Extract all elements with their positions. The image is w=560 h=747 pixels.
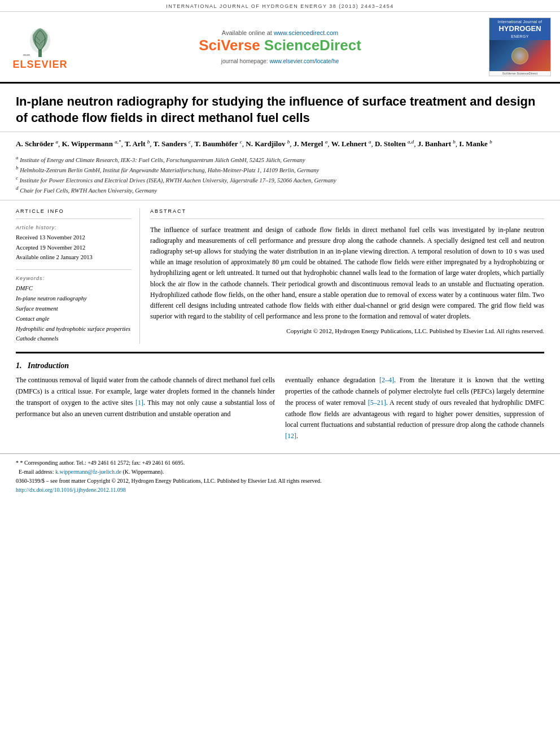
- keywords-label: Keywords:: [16, 276, 132, 281]
- elsevier-wordmark: ELSEVIER: [12, 59, 67, 71]
- keyword-6: Cathode channels: [16, 334, 132, 344]
- keywords-divider: [16, 269, 132, 270]
- thumbnail-header: International Journal of HYDROGEN ENERGY: [489, 18, 550, 40]
- article-title-section: In-plane neutron radiography for studyin…: [0, 84, 560, 132]
- footnote-doi: http://dx.doi.org/10.1016/j.ijhydene.201…: [16, 486, 544, 495]
- thumbnail-footer: SciVerse ScienceDirect: [502, 71, 538, 76]
- affiliation-b: b Helmholtz-Zentrum Berlin GmbH, Institu…: [16, 164, 544, 174]
- abstract-text: The influence of surface treatment and d…: [150, 225, 544, 322]
- ref-5-21-link[interactable]: [5–21]: [368, 399, 386, 407]
- sciencedirect-url[interactable]: www.sciencedirect.com: [274, 29, 338, 36]
- article-info-label: ARTICLE INFO: [16, 208, 132, 214]
- available-online-text: Available online at www.sciencedirect.co…: [222, 29, 338, 36]
- article-history-block: Article history: Received 13 November 20…: [16, 225, 132, 263]
- abstract-label: ABSTRACT: [150, 208, 544, 214]
- intro-left: 1. Introduction The continuous removal o…: [16, 361, 275, 442]
- thumbnail-body: [489, 40, 550, 71]
- thumbnail-title3: ENERGY: [490, 34, 550, 39]
- intro-title: Introduction: [28, 361, 69, 370]
- journal-homepage: journal homepage: www.elsevier.com/locat…: [221, 58, 339, 64]
- intro-right-text: eventually enhance degradation [2–4]. Fr…: [285, 375, 544, 442]
- keywords-block: Keywords: DMFC In-plane neutron radiogra…: [16, 276, 132, 344]
- keyword-4: Contact angle: [16, 314, 132, 324]
- footnote-corresponding: * * Corresponding author. Tel.: +49 2461…: [16, 458, 544, 468]
- keyword-2: In-plane neutron radiography: [16, 294, 132, 304]
- elsevier-tree-icon: man: [20, 24, 60, 58]
- journal-thumbnail: International Journal of HYDROGEN ENERGY…: [489, 18, 551, 76]
- article-info-divider: [16, 219, 132, 219]
- affiliation-c: c Institute for Power Electronics and El…: [16, 174, 544, 185]
- main-content: ARTICLE INFO Article history: Received 1…: [0, 200, 560, 344]
- doi-link[interactable]: http://dx.doi.org/10.1016/j.ijhydene.201…: [16, 487, 126, 493]
- affiliations: a Institute of Energy and Climate Resear…: [16, 154, 544, 195]
- journal-homepage-label: journal homepage:: [221, 58, 268, 64]
- keyword-3: Surface treatment: [16, 304, 132, 314]
- footnote-section: * * Corresponding author. Tel.: +49 2461…: [0, 453, 560, 498]
- ref-1-link[interactable]: [1]: [135, 399, 143, 407]
- available-online-date: Available online 2 January 2013: [16, 252, 132, 263]
- ref-12-link[interactable]: [12]: [285, 432, 296, 440]
- authors-line: A. Schröder a, K. Wippermann a,*, T. Arl…: [16, 138, 544, 150]
- journal-homepage-link[interactable]: www.elsevier.com/locate/he: [269, 58, 339, 64]
- sciencedirect-logo: SciVerse ScienceDirect: [199, 37, 361, 54]
- header-center: Available online at www.sciencedirect.co…: [77, 18, 483, 76]
- intro-right: eventually enhance degradation [2–4]. Fr…: [285, 361, 544, 442]
- keyword-1: DMFC: [16, 283, 132, 294]
- accepted-date: Accepted 19 November 2012: [16, 243, 132, 253]
- history-label: Article history:: [16, 225, 132, 230]
- thumbnail-title1: International Journal of: [490, 19, 550, 24]
- journal-header-bar: INTERNATIONAL JOURNAL OF HYDROGEN ENERGY…: [0, 0, 560, 12]
- elsevier-logo: man ELSEVIER: [9, 18, 71, 76]
- intro-number: 1.: [16, 361, 22, 370]
- right-panel: ABSTRACT The influence of surface treatm…: [150, 208, 544, 344]
- footnote-email: E-mail address: k.wippermann@fz-juelich.…: [16, 468, 544, 477]
- affiliation-a: a Institute of Energy and Climate Resear…: [16, 154, 544, 164]
- email-link[interactable]: k.wippermann@fz-juelich.de: [55, 469, 121, 475]
- copyright-text: Copyright © 2012, Hydrogen Energy Public…: [150, 326, 544, 337]
- svg-text:man: man: [23, 53, 30, 57]
- ref-2-4-link[interactable]: [2–4]: [379, 376, 394, 384]
- header-section: man ELSEVIER Available online at www.sci…: [0, 12, 560, 84]
- article-title: In-plane neutron radiography for studyin…: [16, 94, 544, 126]
- left-panel: ARTICLE INFO Article history: Received 1…: [16, 208, 140, 344]
- keyword-5: Hydrophilic and hydrophobic surface prop…: [16, 324, 132, 334]
- thumbnail-circle-graphic: [511, 47, 528, 64]
- intro-left-text: The continuous removal of liquid water f…: [16, 375, 275, 420]
- authors-section: A. Schröder a, K. Wippermann a,*, T. Arl…: [0, 132, 560, 200]
- footnote-issn: 0360-3199/$ – see front matter Copyright…: [16, 477, 544, 486]
- affiliation-d: d Chair for Fuel Cells, RWTH Aachen Univ…: [16, 185, 544, 195]
- received-date: Received 13 November 2012: [16, 233, 132, 243]
- introduction-section: 1. Introduction The continuous removal o…: [0, 353, 560, 442]
- abstract-divider: [150, 219, 544, 219]
- intro-heading: 1. Introduction: [16, 361, 275, 370]
- journal-title-text: INTERNATIONAL JOURNAL OF HYDROGEN ENERGY…: [166, 3, 394, 9]
- thumbnail-title2: HYDROGEN: [490, 24, 550, 34]
